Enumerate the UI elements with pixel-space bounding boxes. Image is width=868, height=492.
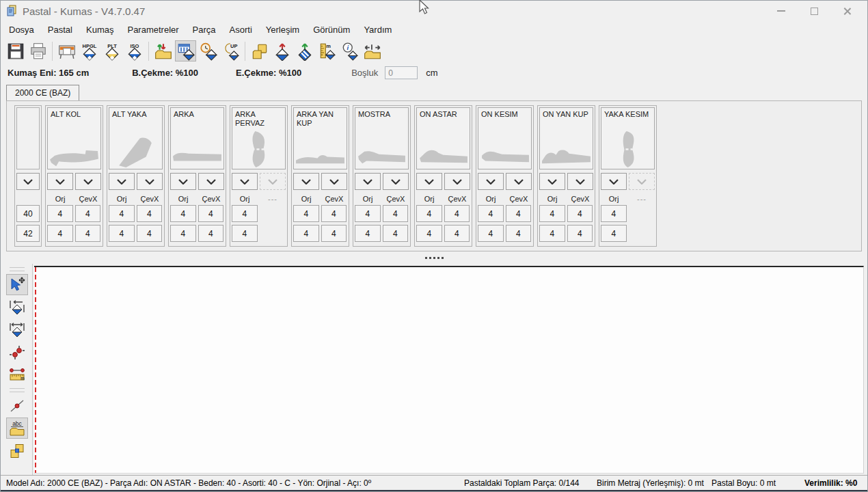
measure-tool[interactable]: m [6, 364, 28, 385]
count-cell[interactable]: 4 [506, 225, 532, 242]
size-row-label[interactable]: 40 [16, 205, 40, 222]
count-cell[interactable]: 4 [75, 205, 101, 222]
count-cell[interactable]: 4 [198, 225, 224, 242]
orj-dropdown[interactable] [170, 173, 196, 190]
count-cell[interactable]: 4 [232, 205, 258, 222]
count-cell[interactable]: 4 [567, 205, 593, 222]
info-button[interactable]: i [339, 40, 360, 62]
count-cell[interactable]: 4 [478, 225, 504, 242]
count-cell[interactable]: 4 [416, 205, 442, 222]
menu-parca[interactable]: Parça [186, 23, 223, 37]
cevx-dropdown[interactable] [567, 173, 593, 190]
toolbar-grip[interactable] [10, 267, 25, 271]
print-button[interactable] [27, 40, 49, 62]
save-button[interactable] [5, 40, 26, 62]
count-cell[interactable]: 4 [539, 225, 565, 242]
cevx-dropdown[interactable] [383, 173, 409, 190]
count-cell[interactable]: 4 [293, 225, 319, 242]
menu-yerlesim[interactable]: Yerleşim [259, 23, 306, 37]
unit-length-button[interactable]: m [316, 40, 338, 62]
menu-yardim[interactable]: Yardım [357, 23, 398, 37]
text-label-tool[interactable]: abc [6, 418, 28, 439]
plt-export-button[interactable]: PLT [101, 40, 122, 62]
close-button[interactable] [830, 1, 863, 21]
count-cell[interactable]: 4 [321, 205, 347, 222]
minimize-button[interactable] [765, 1, 798, 21]
count-cell[interactable]: 4 [170, 225, 196, 242]
menu-gorunum[interactable]: Görünüm [306, 23, 357, 37]
duplicate-piece-tool[interactable] [6, 440, 28, 461]
copy-piece-button[interactable] [249, 40, 270, 62]
piece-thumbnail[interactable]: ON ASTAR [416, 107, 470, 169]
iso-export-button[interactable]: ISO [124, 40, 145, 62]
piece-thumbnail[interactable]: MOSTRA [355, 107, 409, 169]
maximize-button[interactable] [798, 1, 830, 21]
piece-thumbnail[interactable]: YAKA KESIM [601, 107, 655, 169]
flip-x-tool[interactable] [6, 297, 28, 318]
select-move-tool[interactable] [6, 274, 28, 295]
piece-thumbnail[interactable]: ON YAN KUP [539, 107, 593, 169]
piece-thumbnail[interactable]: ARKA [170, 107, 224, 169]
cevx-dropdown[interactable] [75, 173, 101, 190]
flip-xy-tool[interactable] [6, 319, 28, 340]
piece-thumbnail[interactable]: ON KESIM [478, 107, 532, 169]
piece-thumbnail[interactable]: ALT YAKA [109, 107, 163, 169]
plotter-button[interactable] [56, 40, 77, 62]
count-cell[interactable]: 4 [567, 225, 593, 242]
count-cell[interactable]: 4 [506, 205, 532, 222]
move-up-green-button[interactable] [294, 40, 315, 62]
count-cell[interactable]: 4 [137, 225, 163, 242]
count-cell[interactable]: 4 [539, 205, 565, 222]
orj-dropdown[interactable] [232, 173, 258, 190]
marker-canvas[interactable] [34, 266, 864, 474]
menu-dosya[interactable]: Dosya [2, 23, 41, 37]
move-up-red-button[interactable] [271, 40, 293, 62]
bosluk-input[interactable] [385, 66, 418, 79]
orj-dropdown[interactable] [601, 173, 627, 190]
count-cell[interactable]: 4 [232, 225, 258, 242]
toolbar-grip[interactable] [10, 388, 25, 392]
piece-thumbnail[interactable]: ARKA PERVAZ [232, 107, 286, 169]
size-dropdown[interactable] [16, 173, 40, 190]
cevx-dropdown[interactable] [198, 173, 224, 190]
cevx-dropdown[interactable] [444, 173, 470, 190]
count-cell[interactable]: 4 [601, 205, 627, 222]
count-cell[interactable]: 4 [47, 225, 73, 242]
up-marker-button[interactable]: UP [220, 40, 241, 62]
piece-thumbnail[interactable]: ALT KOL [47, 107, 101, 169]
count-cell[interactable]: 4 [444, 225, 470, 242]
hpgl-export-button[interactable]: HPGL [79, 40, 100, 62]
menu-asorti[interactable]: Asorti [223, 23, 259, 37]
tab-model[interactable]: 2000 CE (BAZ) [6, 85, 79, 100]
menu-parametreler[interactable]: Parametreler [120, 23, 185, 37]
count-cell[interactable]: 4 [293, 205, 319, 222]
menu-kumas[interactable]: Kumaş [79, 23, 120, 37]
count-cell[interactable]: 4 [137, 205, 163, 222]
orj-dropdown[interactable] [109, 173, 135, 190]
orj-dropdown[interactable] [539, 173, 565, 190]
count-cell[interactable]: 4 [383, 225, 409, 242]
panel-splitter[interactable] [1, 253, 867, 262]
count-cell[interactable]: 4 [601, 225, 627, 242]
count-cell[interactable]: 4 [355, 225, 381, 242]
menu-pastal[interactable]: Pastal [41, 23, 79, 37]
line-point-tool[interactable] [6, 395, 28, 416]
piece-thumbnail[interactable]: ARKA YAN KUP [293, 107, 347, 169]
count-cell[interactable]: 4 [383, 205, 409, 222]
cevx-dropdown[interactable] [137, 173, 163, 190]
count-cell[interactable]: 4 [416, 225, 442, 242]
count-cell[interactable]: 4 [198, 205, 224, 222]
orj-dropdown[interactable] [355, 173, 381, 190]
time-marker-button[interactable] [198, 40, 219, 62]
orj-dropdown[interactable] [293, 173, 319, 190]
count-cell[interactable]: 4 [109, 225, 135, 242]
count-cell[interactable]: 4 [109, 205, 135, 222]
cevx-dropdown[interactable] [321, 173, 347, 190]
count-cell[interactable]: 4 [355, 205, 381, 222]
fabric-width-button[interactable] [362, 40, 383, 62]
orj-dropdown[interactable] [416, 173, 442, 190]
sync-pieces-button[interactable] [152, 40, 174, 62]
cevx-dropdown[interactable] [506, 173, 532, 190]
count-cell[interactable]: 4 [444, 205, 470, 222]
count-cell[interactable]: 4 [75, 225, 101, 242]
